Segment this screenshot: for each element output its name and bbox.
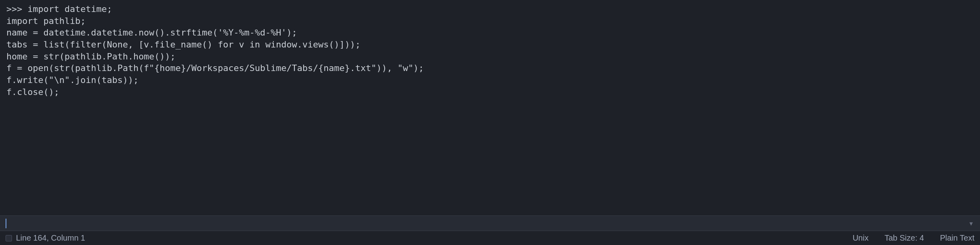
console-line: import datetime; — [28, 4, 112, 14]
console-input-area[interactable]: ▼ — [0, 215, 980, 231]
line-endings-selector[interactable]: Unix — [853, 233, 869, 243]
prompt-marker: >>> — [6, 4, 28, 14]
console-line: tabs = list(filter(None, [v.file_name() … — [6, 40, 360, 49]
chevron-down-icon[interactable]: ▼ — [970, 220, 974, 227]
console-input[interactable] — [6, 218, 970, 228]
console-output: >>> import datetime; import pathlib; nam… — [0, 0, 980, 215]
console-line: f = open(str(pathlib.Path(f"{home}/Works… — [6, 63, 424, 73]
console-line: f.close(); — [6, 87, 59, 97]
status-bar: Line 164, Column 1 Unix Tab Size: 4 Plai… — [0, 231, 980, 245]
cursor-position[interactable]: Line 164, Column 1 — [16, 233, 85, 242]
console-line: name = datetime.datetime.now().strftime(… — [6, 28, 297, 38]
console-line: f.write("\n".join(tabs)); — [6, 75, 138, 85]
console-line: import pathlib; — [6, 16, 86, 26]
console-line: home = str(pathlib.Path.home()); — [6, 51, 176, 61]
status-checkbox[interactable] — [6, 235, 12, 241]
syntax-selector[interactable]: Plain Text — [940, 233, 974, 243]
tab-size-selector[interactable]: Tab Size: 4 — [885, 233, 924, 243]
